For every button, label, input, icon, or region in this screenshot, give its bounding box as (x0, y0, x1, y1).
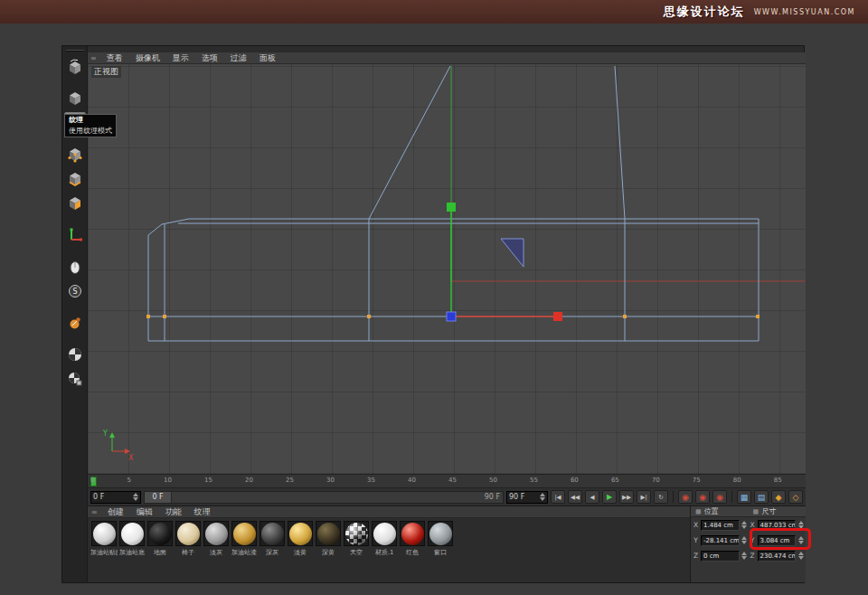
goto-end-button[interactable]: ▶| (637, 490, 651, 504)
front-viewport[interactable]: 正视图 (88, 64, 806, 474)
keyframe-selection-button[interactable]: ▤ (754, 490, 769, 504)
menu-camera[interactable]: 摄像机 (129, 52, 166, 64)
range-start-chip[interactable]: 0 F (145, 492, 172, 503)
position-grid-icon: ▦ (695, 508, 702, 515)
material-item[interactable]: 红色 (399, 521, 426, 557)
spinner-stepper[interactable] (133, 493, 138, 501)
branding: MAXON CINEMA 4D (63, 479, 87, 581)
cinema4d-screen: 思缘设计论坛 WWW.MISSYUAN.COM (0, 0, 868, 595)
menu-panel[interactable]: 面板 (253, 52, 282, 64)
position-y-label: Y (693, 536, 699, 544)
material-item[interactable]: 深黄 (315, 521, 342, 557)
material-sphere (289, 523, 312, 545)
record-position-button[interactable]: ◉ (678, 490, 693, 504)
next-key-button[interactable]: ▶▶ (619, 490, 634, 504)
gizmo-origin-handle[interactable] (447, 312, 456, 321)
material-item[interactable]: 材质.1 (371, 521, 398, 557)
size-z-label: Z (750, 552, 756, 560)
gizmo-x-handle[interactable] (553, 312, 562, 321)
goto-start-button[interactable]: |◀ (551, 490, 565, 504)
material-item[interactable]: 加油站底 (118, 521, 146, 557)
mouse-tool-icon[interactable] (64, 256, 86, 278)
axis-y-label: Y (102, 430, 108, 438)
position-x-stepper[interactable] (741, 521, 748, 529)
material-sphere (149, 523, 172, 545)
viewport-menubar: ≡ 查看 摄像机 显示 选项 过滤 面板 (88, 52, 806, 64)
position-y-stepper[interactable] (741, 536, 748, 544)
autokey-grid-button[interactable]: ▦ (737, 490, 751, 504)
size-title: 尺寸 (761, 506, 776, 516)
red-highlight-annotation (750, 528, 811, 550)
texture-mode-tooltip: 纹理 使用纹理模式 (64, 114, 117, 137)
key-parameter-button[interactable]: ◆ (771, 490, 786, 504)
axis-x-label: X (128, 454, 134, 462)
material-sphere (401, 523, 424, 545)
prev-frame-button[interactable]: ◀ (585, 490, 599, 504)
material-sphere (345, 523, 368, 545)
current-frame-spinner[interactable]: 0 F (90, 491, 141, 504)
position-z-field[interactable]: 0 cm (701, 551, 740, 562)
palette-grip[interactable] (66, 50, 84, 52)
size-z-stepper[interactable] (797, 552, 804, 560)
mat-menu-edit[interactable]: 编辑 (130, 506, 159, 518)
position-y-field[interactable]: -28.141 cm (701, 535, 740, 546)
timeline-ticks: 0510152025303540455055606570758085 (88, 475, 806, 487)
material-menubar: ≡ 创建 编辑 功能 纹理 (88, 506, 690, 518)
menu-options[interactable]: 选项 (195, 52, 224, 64)
end-frame-spinner[interactable]: 90 F (506, 491, 548, 504)
size-z-field[interactable]: 230.474 cm (758, 551, 797, 562)
material-item[interactable]: 天空 (343, 521, 370, 557)
timeline-ruler[interactable]: 0510152025303540455055606570758085 (88, 474, 806, 488)
material-item[interactable]: 地面 (146, 521, 174, 557)
view-label[interactable]: 正视图 (91, 66, 121, 78)
matmenu-grip-icon[interactable]: ≡ (91, 508, 98, 516)
material-sphere (177, 523, 200, 545)
svg-text:S: S (72, 288, 77, 296)
material-item[interactable]: 深灰 (259, 521, 286, 557)
material-sphere (121, 523, 144, 545)
frame-range-slider[interactable]: 0 F 90 F (144, 491, 504, 504)
material-item[interactable]: 椅子 (175, 521, 202, 557)
play-button[interactable]: ▶ (602, 490, 617, 504)
banner-url: WWW.MISSYUAN.COM (754, 8, 855, 16)
material-manager: ≡ 创建 编辑 功能 纹理 加油站贴图 加油站底 地面 椅子 淡灰 加油站漆 深… (88, 505, 690, 582)
position-z-label: Z (693, 552, 699, 560)
menubar-grip-icon[interactable]: ≡ (90, 54, 97, 62)
loop-button[interactable]: ↻ (654, 490, 668, 504)
coordinates-header: ▦位置 ▦尺寸 (691, 506, 806, 517)
material-item[interactable]: 加油站漆 (231, 521, 258, 557)
mat-menu-create[interactable]: 创建 (101, 506, 130, 518)
cinema4d-logo: CINEMA 4D (63, 479, 64, 581)
menu-filter[interactable]: 过滤 (224, 52, 253, 64)
edge-mode-icon[interactable] (64, 168, 86, 190)
record-scale-button[interactable]: ◉ (695, 490, 710, 504)
position-x-field[interactable]: 1.484 cm (701, 520, 740, 531)
material-item[interactable]: 淡灰 (203, 521, 230, 557)
spinner-stepper[interactable] (540, 493, 545, 501)
axis-indicator: Y X (102, 430, 134, 462)
point-mode-icon[interactable] (64, 144, 86, 165)
gizmo-y-handle[interactable] (447, 203, 456, 212)
menu-view[interactable]: 查看 (100, 52, 129, 64)
snap-icon[interactable]: S (64, 280, 86, 302)
plane-handle[interactable] (501, 239, 524, 267)
prev-key-button[interactable]: ◀◀ (568, 490, 582, 504)
key-parameter-off-button[interactable]: ◇ (788, 490, 803, 504)
menu-display[interactable]: 显示 (166, 52, 195, 64)
position-z-stepper[interactable] (741, 552, 748, 560)
make-editable-icon[interactable] (64, 56, 86, 78)
render-settings-icon[interactable] (64, 368, 86, 390)
axis-mode-icon[interactable] (64, 224, 86, 246)
material-item[interactable]: 淡黄 (287, 521, 314, 557)
mat-menu-function[interactable]: 功能 (159, 506, 188, 518)
polygon-mode-icon[interactable] (64, 193, 86, 214)
paint-brush-icon[interactable] (64, 312, 86, 334)
material-item[interactable]: 加油站贴图 (90, 521, 118, 557)
material-sphere (233, 523, 256, 545)
model-mode-icon[interactable] (64, 88, 86, 109)
record-rotation-button[interactable]: ◉ (712, 490, 727, 504)
mat-menu-texture[interactable]: 纹理 (188, 506, 217, 518)
material-item[interactable]: 窗口 (427, 521, 454, 557)
material-sphere (429, 523, 452, 545)
render-view-icon[interactable] (64, 344, 86, 365)
